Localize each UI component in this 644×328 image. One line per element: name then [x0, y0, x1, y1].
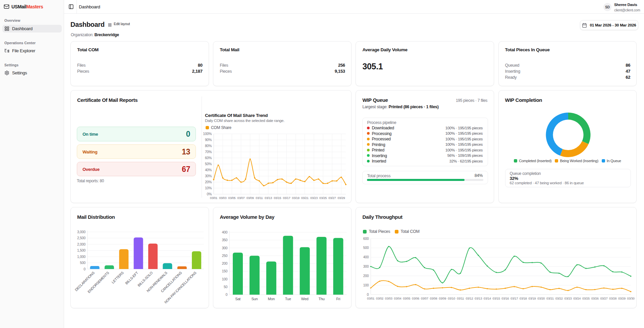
- svg-text:50: 50: [224, 285, 228, 289]
- svg-text:Tue: Tue: [285, 297, 291, 301]
- svg-text:50%: 50%: [205, 162, 212, 166]
- svg-text:LETTERS: LETTERS: [111, 271, 124, 284]
- svg-text:100%: 100%: [203, 132, 212, 136]
- svg-text:03/24: 03/24: [574, 297, 581, 300]
- svg-text:300: 300: [363, 264, 369, 268]
- svg-text:03/05: 03/05: [228, 196, 235, 199]
- svg-text:Fri: Fri: [336, 297, 340, 301]
- svg-text:Thu: Thu: [319, 297, 325, 301]
- svg-text:03/03: 03/03: [385, 297, 392, 300]
- svg-text:200: 200: [363, 274, 369, 278]
- svg-text:03/15: 03/15: [274, 196, 281, 199]
- svg-text:3,000: 3,000: [77, 230, 86, 234]
- svg-text:600: 600: [363, 237, 369, 241]
- svg-text:30%: 30%: [205, 174, 212, 178]
- svg-text:Sat: Sat: [235, 297, 240, 301]
- svg-text:03/22: 03/22: [555, 297, 563, 300]
- svg-text:03/29: 03/29: [337, 196, 345, 199]
- svg-text:03/17: 03/17: [511, 297, 518, 300]
- svg-text:03/07: 03/07: [421, 297, 428, 300]
- svg-text:03/03: 03/03: [219, 196, 226, 199]
- svg-text:60%: 60%: [205, 156, 212, 160]
- svg-text:03/08: 03/08: [430, 297, 437, 300]
- svg-text:03/28: 03/28: [609, 297, 617, 300]
- svg-text:03/13: 03/13: [265, 196, 272, 199]
- svg-text:70%: 70%: [205, 150, 212, 154]
- svg-text:2,500: 2,500: [77, 236, 86, 240]
- svg-text:03/26: 03/26: [591, 297, 599, 300]
- svg-text:350: 350: [222, 238, 228, 242]
- svg-text:03/14: 03/14: [484, 297, 491, 300]
- svg-text:90%: 90%: [205, 138, 212, 142]
- svg-text:03/10: 03/10: [448, 297, 455, 300]
- svg-text:03/21: 03/21: [546, 297, 554, 300]
- svg-text:40%: 40%: [205, 168, 212, 172]
- svg-text:03/25: 03/25: [319, 196, 327, 199]
- svg-text:03/27: 03/27: [600, 297, 608, 300]
- svg-text:500: 500: [363, 246, 369, 250]
- svg-text:0%: 0%: [207, 192, 212, 196]
- svg-text:03/18: 03/18: [520, 297, 527, 300]
- svg-text:100: 100: [363, 283, 369, 287]
- svg-text:100: 100: [222, 277, 228, 281]
- svg-text:03/01: 03/01: [210, 196, 217, 199]
- svg-text:150: 150: [222, 269, 228, 273]
- svg-text:03/07: 03/07: [237, 196, 245, 199]
- svg-text:10%: 10%: [205, 186, 212, 190]
- svg-text:20%: 20%: [205, 180, 212, 184]
- svg-text:400: 400: [363, 255, 369, 259]
- svg-text:BILLS-EFT: BILLS-EFT: [124, 270, 139, 285]
- svg-text:500: 500: [80, 261, 86, 265]
- svg-text:03/23: 03/23: [565, 297, 572, 300]
- svg-text:03/30: 03/30: [627, 297, 635, 300]
- svg-text:03/20: 03/20: [538, 297, 545, 300]
- svg-text:03/25: 03/25: [582, 297, 590, 300]
- svg-text:400: 400: [222, 230, 228, 234]
- svg-text:0: 0: [367, 292, 369, 297]
- svg-text:0: 0: [84, 267, 86, 271]
- svg-text:200: 200: [222, 261, 228, 265]
- svg-text:03/06: 03/06: [412, 297, 419, 300]
- svg-text:03/11: 03/11: [457, 297, 464, 300]
- svg-text:0: 0: [226, 292, 228, 297]
- svg-text:1,000: 1,000: [77, 255, 86, 259]
- svg-text:03/16: 03/16: [502, 297, 509, 300]
- svg-text:250: 250: [222, 254, 228, 258]
- svg-text:Mon: Mon: [268, 297, 275, 301]
- svg-text:03/17: 03/17: [283, 196, 290, 199]
- svg-text:03/29: 03/29: [618, 297, 626, 300]
- svg-text:300: 300: [222, 246, 228, 250]
- svg-text:03/19: 03/19: [529, 297, 536, 300]
- svg-text:2,000: 2,000: [77, 242, 86, 246]
- svg-text:03/12: 03/12: [466, 297, 473, 300]
- svg-text:03/02: 03/02: [376, 297, 383, 300]
- svg-text:03/09: 03/09: [439, 297, 446, 300]
- svg-text:03/15: 03/15: [493, 297, 500, 300]
- svg-text:80%: 80%: [205, 144, 212, 148]
- svg-text:03/19: 03/19: [292, 196, 300, 199]
- svg-text:03/23: 03/23: [310, 196, 318, 199]
- svg-text:03/05: 03/05: [403, 297, 411, 300]
- svg-text:Sun: Sun: [252, 297, 258, 301]
- svg-text:03/27: 03/27: [328, 196, 336, 199]
- svg-text:Wed: Wed: [301, 297, 309, 301]
- svg-text:03/04: 03/04: [394, 297, 401, 300]
- svg-text:03/13: 03/13: [475, 297, 482, 300]
- svg-text:1,500: 1,500: [77, 248, 86, 252]
- svg-text:03/11: 03/11: [256, 196, 263, 199]
- svg-text:03/01: 03/01: [367, 297, 375, 300]
- svg-text:03/21: 03/21: [301, 196, 309, 199]
- svg-text:03/09: 03/09: [247, 196, 254, 199]
